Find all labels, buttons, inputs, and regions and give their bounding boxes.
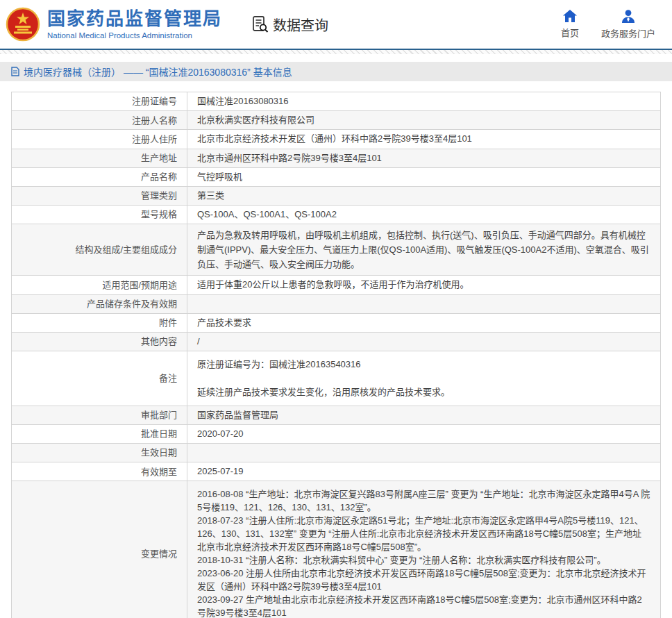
document-search-icon — [251, 15, 269, 33]
row-label: 生产地址 — [12, 149, 187, 167]
registration-info-table: 注册证编号 国械注准20163080316 注册人名称 北京秋满实医疗科技有限公… — [11, 92, 661, 618]
intended-use: 适用于体重20公斤以上患者的急救呼吸，不适用于作为治疗机使用。 — [197, 278, 469, 291]
expiry-date: 2025-07-19 — [197, 465, 244, 478]
registrant-address: 北京市北京经济技术开发区（通州）环科中路2号院39号楼3至4层101 — [197, 133, 472, 145]
table-row: 型号规格 QS-100A、QS-100A1、QS-100A2 — [12, 206, 660, 224]
model-specs: QS-100A、QS-100A1、QS-100A2 — [197, 208, 337, 221]
row-value: 北京市北京经济技术开发区（通州）环科中路2号院39号楼3至4层101 — [187, 130, 660, 148]
breadcrumb: 境内医疗器械（注册） —— “国械注准20163080316” 基本信息 — [0, 62, 672, 81]
approval-department: 国家药品监督管理局 — [197, 409, 278, 421]
row-label: 变更情况 — [12, 481, 187, 618]
table-row: 批准日期 2020-07-20 — [12, 425, 660, 444]
data-query-label: 数据查询 — [273, 15, 328, 35]
row-label: 注册证编号 — [12, 92, 187, 110]
table-row: 适用范围/预期用途 适用于体重20公斤以上患者的急救呼吸，不适用于作为治疗机使用… — [12, 276, 660, 294]
table-row: 产品储存条件及有效期 — [12, 295, 660, 314]
structure-composition: 产品为急救及转用呼吸机，由呼吸机主机组成，包括控制、执行(送气)、吸引负压、手动… — [197, 227, 650, 272]
product-name: 气控呼吸机 — [197, 171, 242, 183]
remark-line: 原注册证编号为：国械注准20163540316 — [197, 358, 450, 371]
table-row: 注册人名称 北京秋满实医疗科技有限公司 — [12, 111, 660, 130]
row-value: / — [187, 333, 660, 351]
row-label: 其他内容 — [12, 333, 187, 351]
row-label: 管理类别 — [12, 187, 187, 205]
row-value: 北京秋满实医疗科技有限公司 — [187, 111, 660, 129]
row-value: 2020-07-20 — [187, 425, 660, 443]
top-nav: 首页 政务服务门户 — [561, 10, 655, 40]
row-label: 附件 — [12, 314, 187, 332]
registrant-name: 北京秋满实医疗科技有限公司 — [197, 114, 314, 126]
table-row: 管理类别 第三类 — [12, 187, 660, 206]
row-value: 产品技术要求 — [187, 314, 660, 332]
change-entry: 2023-06-20 注册人住所由北京市北京经济技术开发区西环南路18号C幢5层… — [197, 567, 650, 593]
row-value: 产品为急救及转用呼吸机，由呼吸机主机组成，包括控制、执行(送气)、吸引负压、手动… — [187, 224, 660, 275]
row-label: 型号规格 — [12, 206, 187, 224]
nav-portal-label: 政务服务门户 — [601, 26, 655, 40]
table-row: 生产地址 北京市通州区环科中路2号院39号楼3至4层101 — [12, 149, 660, 168]
row-value: 2016-08-08 “生产地址：北京市海淀区复兴路83号附属A座三层” 变更为… — [187, 481, 660, 618]
nav-home[interactable]: 首页 — [561, 10, 579, 40]
table-row: 产品名称 气控呼吸机 — [12, 168, 660, 187]
table-row: 有效期至 2025-07-19 — [12, 462, 660, 481]
row-label: 备注 — [12, 351, 187, 406]
change-entry: 2023-09-27 生产地址由北京市北京经济技术开发区西环南路18号C幢5层5… — [197, 593, 650, 618]
national-emblem-icon — [6, 7, 40, 42]
table-row: 审批部门 国家药品监督管理局 — [12, 406, 660, 425]
change-entry: 2018-10-31 “注册人名称：北京秋满实科贸中心” 变更为 “注册人名称：… — [197, 553, 650, 567]
data-query-nav[interactable]: 数据查询 — [251, 15, 328, 35]
row-label: 产品储存条件及有效期 — [12, 295, 187, 313]
row-value — [187, 295, 660, 313]
row-value: 国家药品监督管理局 — [187, 406, 660, 424]
change-entry: 2016-08-08 “生产地址：北京市海淀区复兴路83号附属A座三层” 变更为… — [197, 487, 650, 514]
table-row: 其他内容 / — [12, 333, 660, 351]
page-title: 境内医疗器械（注册） —— “国械注准20163080316” 基本信息 — [24, 65, 292, 78]
home-icon — [563, 10, 577, 22]
change-entry: 2018-07-23 “注册人住所:北京市海淀区永定路51号北；生产地址:北京市… — [197, 514, 650, 553]
table-row: 备注 原注册证编号为：国械注准20163540316 延续注册产品技术要求发生变… — [12, 351, 660, 406]
nav-portal[interactable]: 政务服务门户 — [601, 10, 655, 40]
attachment: 产品技术要求 — [197, 317, 251, 329]
person-icon — [621, 10, 635, 23]
site-header: 国家药品监督管理局 National Medical Products Admi… — [0, 0, 672, 49]
management-class: 第三类 — [197, 190, 224, 202]
row-label: 注册人住所 — [12, 130, 187, 148]
site-title: 国家药品监督管理局 — [47, 9, 222, 29]
row-value: 适用于体重20公斤以上患者的急救呼吸，不适用于作为治疗机使用。 — [187, 276, 660, 294]
row-value: 国械注准20163080316 — [187, 92, 660, 110]
table-row: 附件 产品技术要求 — [12, 314, 660, 333]
row-label: 批准日期 — [12, 425, 187, 443]
table-row: 生效日期 — [12, 444, 660, 462]
row-label: 产品名称 — [12, 168, 187, 186]
row-value: 气控呼吸机 — [187, 168, 660, 186]
row-value: 2025-07-19 — [187, 462, 660, 481]
table-row: 注册证编号 国械注准20163080316 — [12, 92, 660, 111]
row-value: 第三类 — [187, 187, 660, 205]
nav-home-label: 首页 — [561, 26, 579, 39]
table-row: 注册人住所 北京市北京经济技术开发区（通州）环科中路2号院39号楼3至4层101 — [12, 130, 660, 149]
table-row: 变更情况 2016-08-08 “生产地址：北京市海淀区复兴路83号附属A座三层… — [12, 481, 660, 618]
row-value: QS-100A、QS-100A1、QS-100A2 — [187, 206, 660, 224]
page-icon — [11, 67, 19, 76]
other-content: / — [197, 335, 200, 348]
remarks: 原注册证编号为：国械注准20163540316 延续注册产品技术要求发生变化，沿… — [197, 354, 450, 403]
approval-date: 2020-07-20 — [197, 428, 244, 440]
change-history: 2016-08-08 “生产地址：北京市海淀区复兴路83号附属A座三层” 变更为… — [197, 484, 650, 618]
site-brand[interactable]: 国家药品监督管理局 National Medical Products Admi… — [6, 7, 222, 42]
row-value: 北京市通州区环科中路2号院39号楼3至4层101 — [187, 149, 660, 167]
site-subtitle: National Medical Products Administration — [47, 31, 222, 40]
row-label: 结构及组成/主要组成成分 — [12, 224, 187, 275]
row-label: 审批部门 — [12, 406, 187, 424]
row-value — [187, 444, 660, 462]
row-label: 适用范围/预期用途 — [12, 276, 187, 294]
header-divider — [0, 49, 672, 54]
row-label: 注册人名称 — [12, 111, 187, 129]
registration-number: 国械注准20163080316 — [197, 95, 289, 108]
table-row: 结构及组成/主要组成成分 产品为急救及转用呼吸机，由呼吸机主机组成，包括控制、执… — [12, 224, 660, 276]
remark-line: 延续注册产品技术要求发生变化，沿用原核发的产品技术要求。 — [197, 385, 450, 399]
row-value: 原注册证编号为：国械注准20163540316 延续注册产品技术要求发生变化，沿… — [187, 351, 660, 406]
row-label: 有效期至 — [12, 462, 187, 481]
row-label: 生效日期 — [12, 444, 187, 462]
production-address: 北京市通州区环科中路2号院39号楼3至4层101 — [197, 152, 382, 165]
